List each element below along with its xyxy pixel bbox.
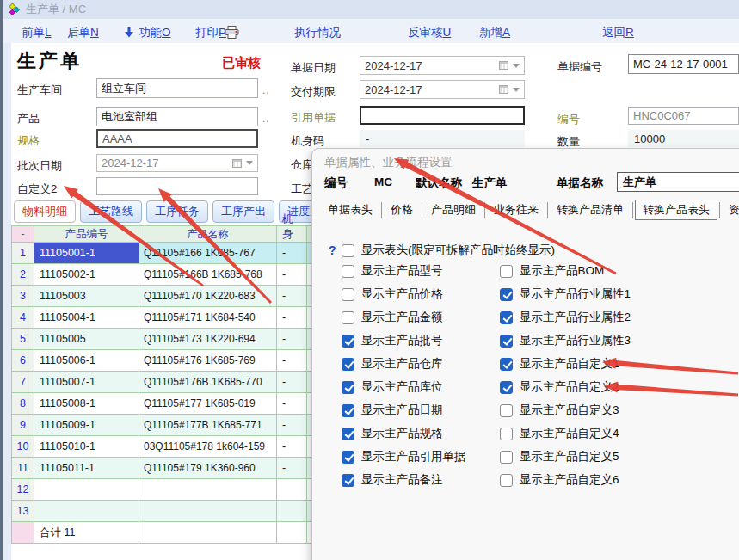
dialog-tab-5[interactable]: 转换产品表头 xyxy=(635,200,717,220)
cell-num[interactable]: 10 xyxy=(11,436,34,458)
cell-body[interactable]: - xyxy=(277,436,307,458)
print-button[interactable]: 打印P xyxy=(195,25,226,40)
header-product-name[interactable]: 产品名称 xyxy=(139,225,277,243)
dialog-tab-1[interactable]: 价格 xyxy=(384,200,420,219)
checkbox[interactable] xyxy=(342,311,354,324)
checkbox[interactable] xyxy=(342,265,354,278)
cell-name[interactable]: Q11105#171 1K684-540 xyxy=(139,307,277,329)
header-product-code[interactable]: 产品编号 xyxy=(34,225,139,243)
dialog-checkbox-item[interactable]: 显示主产品批号 xyxy=(342,331,443,350)
workshop-field[interactable]: 组立车间 xyxy=(96,78,258,98)
doc-date-field[interactable]: 2024-12-17 xyxy=(360,56,525,75)
dialog-checkbox-item[interactable]: 显示主产品行业属性3 xyxy=(500,331,631,350)
product-field[interactable]: 电池室部组 xyxy=(96,107,258,126)
cell-code[interactable] xyxy=(34,479,139,501)
cell-code[interactable] xyxy=(34,501,139,522)
dialog-tab-4[interactable]: 转换产品清单 xyxy=(550,200,631,219)
dialog-checkbox-item[interactable]: 显示主产品金额 xyxy=(342,308,443,327)
cell-name[interactable]: Q11105#173 1K220-694 xyxy=(139,329,277,350)
cell-body[interactable]: - xyxy=(277,393,307,415)
dialog-tab-6[interactable]: 资金帐 xyxy=(722,200,739,219)
dropdown-icon[interactable] xyxy=(246,161,253,165)
dialog-checkbox-item[interactable]: 显示主产品备注 xyxy=(342,471,443,489)
cell-num[interactable]: 8 xyxy=(11,393,34,415)
tab-0[interactable]: 物料明细 xyxy=(14,200,76,223)
batch-date-field[interactable]: 2024-12-17 xyxy=(96,154,258,172)
spec-field[interactable]: AAAA xyxy=(96,129,258,148)
cell-name[interactable]: Q11105#177 1K685-019 xyxy=(139,393,277,415)
cell-code[interactable]: 11105003 xyxy=(34,286,139,307)
cell-body[interactable]: - xyxy=(277,415,307,436)
custom2-field[interactable] xyxy=(96,177,258,195)
dialog-checkbox-item[interactable]: 显示主产品自定义4 xyxy=(500,424,619,443)
cell-num[interactable]: 6 xyxy=(11,350,34,372)
back-button[interactable]: 返回R xyxy=(602,25,634,40)
unaudit-button[interactable]: 反审核U xyxy=(408,25,451,40)
checkbox[interactable] xyxy=(500,311,513,324)
cell-num[interactable]: 11 xyxy=(11,458,34,479)
dialog-checkbox-item[interactable]: 显示主产品行业属性1 xyxy=(500,285,631,304)
checkbox[interactable] xyxy=(342,358,354,371)
dropdown-icon[interactable] xyxy=(513,64,520,68)
cell-body[interactable]: - xyxy=(277,286,307,307)
cell-code[interactable]: 11105008-1 xyxy=(34,393,139,415)
cell-code[interactable]: 11105007-1 xyxy=(34,372,139,393)
prev-doc-button[interactable]: 前单L xyxy=(22,25,52,40)
cell-name[interactable]: Q11105#176 1K685-769 xyxy=(139,350,277,372)
cell-code[interactable]: 11105011-1 xyxy=(34,458,139,479)
dialog-checkbox-item[interactable]: 显示主产品规格 xyxy=(342,424,443,443)
cell-body[interactable]: - xyxy=(277,264,307,286)
dialog-checkbox-item[interactable]: 显示主产品行业属性2 xyxy=(500,308,631,327)
help-icon[interactable]: ? xyxy=(329,243,336,257)
cell-body[interactable]: - xyxy=(277,458,307,479)
dialog-checkbox-item[interactable]: 显示主产品引用单据 xyxy=(342,447,466,466)
cell-num[interactable]: 12 xyxy=(11,479,34,501)
cell-code[interactable]: 11105005 xyxy=(34,329,139,350)
checkbox[interactable] xyxy=(342,474,354,487)
dropdown-icon[interactable] xyxy=(513,88,520,92)
dialog-checkbox-item[interactable]: 显示主产品自定义1 xyxy=(500,354,619,373)
cell-num[interactable]: 13 xyxy=(11,501,34,522)
exec-status-button[interactable]: 执行情况 xyxy=(294,25,341,40)
checkbox[interactable] xyxy=(342,335,354,348)
checkbox[interactable] xyxy=(500,335,513,348)
checkbox[interactable] xyxy=(500,381,513,394)
cell-name[interactable] xyxy=(139,501,277,522)
cell-code[interactable]: 11105006-1 xyxy=(34,350,139,372)
dialog-checkbox-item[interactable]: 显示主产品自定义3 xyxy=(500,401,619,420)
dialog-tab-0[interactable]: 单据表头 xyxy=(321,200,379,219)
tab-3[interactable]: 工序产出 xyxy=(212,200,274,223)
dialog-checkbox-item[interactable]: 显示主产品价格 xyxy=(342,285,443,304)
cell-num[interactable]: 2 xyxy=(11,264,34,286)
cell-name[interactable]: Q11105#179 1K360-960 xyxy=(139,458,277,479)
cell-name[interactable]: Q11105#166B 1K685-768 xyxy=(139,264,277,286)
checkbox[interactable] xyxy=(500,428,513,440)
add-new-button[interactable]: 新增A xyxy=(479,25,510,40)
next-doc-button[interactable]: 后单N xyxy=(67,25,99,40)
checkbox[interactable] xyxy=(500,474,513,487)
cell-name[interactable]: Q11105#170 1K220-683 xyxy=(139,286,277,307)
cell-num[interactable]: 5 xyxy=(11,329,34,350)
header-machine-code[interactable]: 机身码 xyxy=(277,225,307,243)
dialog-checkbox-item[interactable]: 显示主产品BOM xyxy=(500,262,604,280)
cell-name[interactable]: Q11105#177B 1K685-771 xyxy=(139,415,277,436)
checkbox[interactable] xyxy=(500,288,513,301)
tab-2[interactable]: 工序任务 xyxy=(146,200,208,223)
code-field[interactable]: HNC0C067 xyxy=(628,107,739,125)
function-menu-button[interactable]: 功能O xyxy=(139,25,171,40)
cell-body[interactable] xyxy=(277,501,307,522)
cell-name[interactable] xyxy=(139,479,277,501)
cell-body[interactable]: - xyxy=(277,329,307,350)
workshop-more-button[interactable]: .. xyxy=(262,84,270,96)
dialog-tab-3[interactable]: 业务往来 xyxy=(487,200,545,219)
checkbox[interactable] xyxy=(342,244,354,257)
cell-code[interactable]: 11105001-1 xyxy=(34,243,139,264)
cell-num[interactable]: 7 xyxy=(11,372,34,393)
cell-num[interactable]: 3 xyxy=(11,286,34,307)
deliver-date-field[interactable]: 2024-12-17 xyxy=(360,80,525,99)
dialog-checkbox-item[interactable]: 显示表头(限定可拆解产品时始终显示) xyxy=(342,241,555,260)
cell-body[interactable]: - xyxy=(277,307,307,329)
cell-name[interactable]: Q11105#176B 1K685-770 xyxy=(139,372,277,393)
printer-icon[interactable] xyxy=(225,26,239,39)
dialog-checkbox-item[interactable]: 显示主产品库位 xyxy=(342,378,443,397)
